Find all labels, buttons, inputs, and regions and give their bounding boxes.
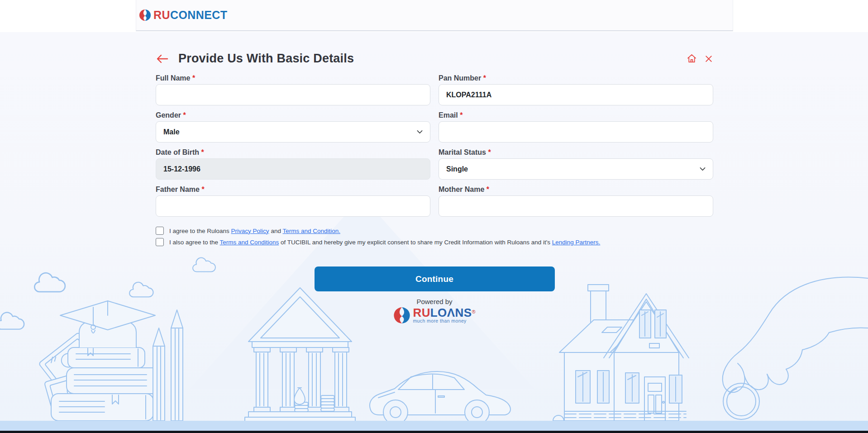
chevron-down-icon — [416, 128, 424, 136]
required-asterisk: * — [483, 74, 486, 82]
date-of-birth-input — [156, 158, 430, 180]
main-area: Provide Us With Basic Details — [0, 32, 868, 433]
field-email: Email * — [439, 111, 713, 143]
books-illustration — [51, 347, 162, 421]
back-button[interactable] — [156, 53, 168, 64]
title-icons — [687, 53, 713, 64]
terms-condition-link[interactable]: Terms and Condition. — [282, 228, 340, 234]
privacy-policy-link[interactable]: Privacy Policy — [231, 228, 269, 234]
close-button[interactable] — [704, 54, 713, 63]
marital-status-select-value: Single — [446, 165, 468, 173]
hand-coin-illustration — [723, 277, 868, 419]
pan-number-label: Pan Number — [439, 74, 481, 82]
father-name-label: Father Name — [156, 186, 200, 193]
required-asterisk: * — [183, 111, 186, 119]
mother-name-input[interactable] — [439, 195, 713, 217]
ruconnect-swirl-icon — [139, 9, 151, 21]
powered-by-text: Powered by — [156, 298, 713, 305]
field-gender: Gender * Male — [156, 111, 430, 143]
home-button[interactable] — [687, 53, 697, 64]
field-date-of-birth: Date of Birth * — [156, 148, 430, 180]
lending-partners-link[interactable]: Lending Partners. — [552, 239, 601, 246]
required-asterisk: * — [460, 111, 463, 119]
brand-text: RUCONNECT — [153, 9, 227, 22]
field-pan-number: Pan Number * — [439, 74, 713, 105]
ruloans-swirl-icon — [393, 307, 410, 324]
ruconnect-logo[interactable]: RUCONNECT — [139, 9, 227, 22]
consent2-text: of TUCIBIL and hereby give my explicit c… — [279, 239, 552, 246]
tucibil-terms-link[interactable]: Terms and Conditions — [220, 239, 279, 246]
brand-connect: CONNECT — [170, 9, 227, 21]
header-column: RUCONNECT — [136, 0, 733, 31]
privacy-policy-checkbox[interactable] — [156, 227, 164, 235]
required-asterisk: * — [486, 186, 489, 193]
page-title: Provide Us With Basic Details — [178, 52, 354, 66]
brand-ru: RU — [153, 9, 170, 21]
date-of-birth-label: Date of Birth — [156, 148, 199, 156]
ruloans-loans: LOΛNS — [430, 307, 472, 319]
required-asterisk: * — [201, 186, 204, 193]
consent2-text: I also agree to the — [169, 239, 220, 246]
page: RUCONNECT — [0, 0, 868, 433]
email-label: Email — [439, 111, 458, 119]
gender-select-value: Male — [163, 128, 180, 136]
field-full-name: Full Name * — [156, 74, 430, 105]
tucibil-consent-checkbox[interactable] — [156, 238, 164, 246]
marital-status-select[interactable]: Single — [439, 158, 713, 180]
basic-details-form: Full Name * Pan Number * Gender * Male E… — [156, 74, 713, 222]
ruloans-tagline: much more than money — [413, 318, 466, 324]
ground-strip — [0, 421, 868, 431]
car-illustration — [370, 371, 510, 424]
top-bar: RUCONNECT — [0, 0, 868, 32]
continue-button[interactable]: Continue — [315, 266, 555, 291]
marital-status-label: Marital Status — [439, 148, 486, 156]
bottom-bar — [0, 431, 868, 433]
email-input[interactable] — [439, 121, 713, 143]
required-asterisk: * — [192, 74, 195, 82]
field-father-name: Father Name * — [156, 185, 430, 217]
father-name-input[interactable] — [156, 195, 430, 217]
full-name-label: Full Name — [156, 74, 190, 82]
arrow-left-icon — [156, 53, 168, 64]
ruloans-logo: RULOΛNS® much more than money — [156, 307, 713, 324]
ruloans-ru: RU — [413, 307, 430, 319]
consent-row-privacy: I agree to the Ruloans Privacy Policy an… — [156, 227, 713, 235]
chevron-down-icon — [699, 165, 706, 173]
consent-section: I agree to the Ruloans Privacy Policy an… — [156, 227, 713, 246]
required-asterisk: * — [488, 148, 491, 156]
pan-number-input[interactable] — [439, 84, 713, 105]
full-name-input[interactable] — [156, 84, 430, 105]
close-icon — [704, 54, 713, 63]
consent1-text: I agree to the Ruloans — [169, 228, 231, 234]
gender-label: Gender — [156, 111, 181, 119]
required-asterisk: * — [201, 148, 204, 156]
pencils-illustration — [153, 310, 183, 421]
registered-mark: ® — [472, 306, 475, 318]
mother-name-label: Mother Name — [439, 186, 484, 193]
form-card: Provide Us With Basic Details — [136, 32, 733, 324]
field-marital-status: Marital Status * Single — [439, 148, 713, 180]
consent-row-tucibil: I also agree to the Terms and Conditions… — [156, 238, 713, 246]
field-mother-name: Mother Name * — [439, 185, 713, 217]
gender-select[interactable]: Male — [156, 121, 430, 143]
consent1-text: and — [269, 228, 283, 234]
title-row: Provide Us With Basic Details — [156, 52, 713, 66]
home-icon — [687, 53, 697, 64]
